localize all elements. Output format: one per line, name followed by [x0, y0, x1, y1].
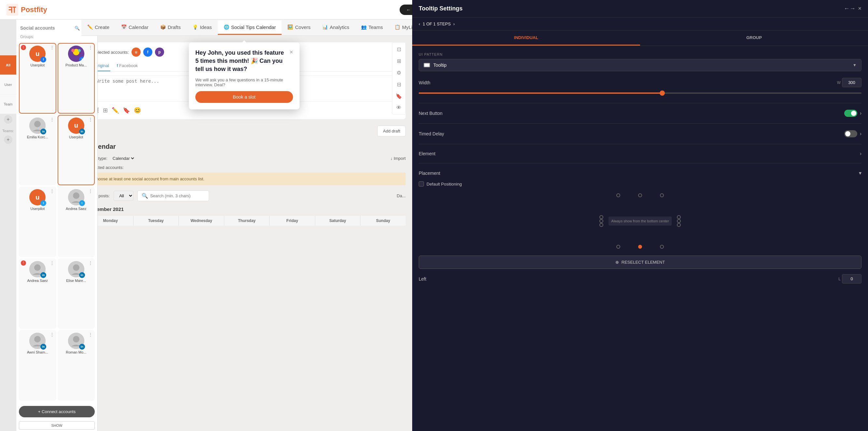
account-more-btn[interactable]: ⋮ [88, 188, 93, 194]
copy-icon[interactable]: ⊡ [394, 44, 404, 54]
account-card[interactable]: ⋮ in Elise Mare... [58, 258, 95, 329]
search-input[interactable] [150, 193, 205, 198]
pos-top-left-dot[interactable] [616, 193, 620, 197]
pos-top-center-dot[interactable] [638, 193, 642, 197]
placement-expand-icon[interactable]: ▾ [859, 170, 862, 176]
account-more-btn[interactable]: ⋮ [50, 188, 54, 194]
account-more-btn[interactable]: ⋮ [50, 332, 54, 337]
tooltip-body: UI PATTERN Tooltip ▼ Width W 300 [412, 46, 868, 290]
eye-side-icon[interactable]: 👁 [394, 102, 404, 113]
search-box: 🔍 [137, 190, 209, 201]
add-draft-button[interactable]: Add draft [377, 126, 406, 136]
resize-icon[interactable]: ⊟ [394, 79, 404, 90]
width-value[interactable]: 300 [842, 78, 862, 87]
cal-header-friday: Friday [270, 216, 315, 225]
pencil-icon[interactable]: ✏️ [112, 107, 119, 114]
tab-individual[interactable]: INDIVIDUAL [412, 31, 640, 45]
tab-facebook[interactable]: f Facebook [116, 61, 139, 71]
account-card[interactable]: ! ⋮ in Andrea Saez [19, 258, 56, 329]
tab-calendar[interactable]: 📅 Calendar [115, 21, 154, 35]
team-group-label: Team [0, 94, 16, 114]
drafts-icon: 📦 [160, 24, 166, 30]
import-button[interactable]: ↓ Import [391, 156, 406, 161]
next-button-toggle[interactable] [844, 110, 857, 117]
view-type-select[interactable]: Calendar [111, 156, 135, 161]
grid-icon[interactable]: ⊞ [103, 107, 108, 114]
next-step-button[interactable]: › [453, 22, 455, 26]
pos-right-top-dot[interactable] [677, 215, 681, 219]
pos-left-middle-dot[interactable] [599, 219, 603, 223]
connect-accounts-button[interactable]: + Connect accounts [19, 406, 95, 417]
account-card[interactable]: ⋮ u t Userpilot [19, 187, 56, 257]
add-group-button[interactable]: + [4, 115, 12, 124]
tab-create[interactable]: ✏️ Create [82, 21, 115, 35]
minimize-button[interactable]: ←→ [844, 5, 855, 12]
svg-point-16 [73, 336, 80, 342]
timed-delay-toggle[interactable] [844, 130, 857, 137]
pos-bottom-right-dot[interactable] [660, 245, 664, 249]
account-more-btn[interactable]: ⋮ [88, 117, 93, 122]
bookmark-side-icon[interactable]: 🔖 [394, 91, 404, 101]
logo-icon [6, 4, 18, 16]
logo-text: Postfity [21, 5, 47, 14]
emoji-icon[interactable]: 😊 [134, 107, 141, 114]
tab-covers[interactable]: 🖼️ Covers [282, 21, 316, 35]
settings-icon[interactable]: ⚙ [394, 67, 404, 78]
slider-fill [419, 92, 662, 94]
prev-step-button[interactable]: ‹ [419, 22, 420, 26]
slider-thumb[interactable] [660, 91, 665, 96]
user-group-label: User [0, 75, 16, 94]
timed-delay-expand-icon[interactable]: › [860, 131, 862, 137]
svg-point-6 [34, 121, 41, 127]
tab-social-tips[interactable]: 🌐 Social Tips Calendar [218, 21, 282, 35]
account-avatar: u f [29, 45, 45, 62]
account-more-btn[interactable]: ⋮ [88, 332, 93, 337]
account-card[interactable]: ! ⋮ u f Userpilot [19, 43, 56, 114]
twitter-badge: t [79, 200, 85, 206]
account-card[interactable]: ⋮ u in Userpilot [58, 115, 95, 186]
account-card[interactable]: ⋮ f Product Ma... [58, 43, 95, 114]
tab-ideas[interactable]: 💡 Ideas [187, 21, 218, 35]
left-value[interactable]: 0 [842, 274, 862, 283]
position-grid-container: Always show from the bottom center [419, 190, 862, 252]
tooltip-popup-close-button[interactable]: × [289, 49, 293, 56]
account-more-btn[interactable]: ⋮ [50, 45, 54, 50]
pos-right-middle-dot[interactable] [677, 219, 681, 223]
add-team-button[interactable]: + [4, 135, 12, 144]
left-group-labels: All User Team + Teams: + [0, 36, 16, 145]
default-positioning-checkbox[interactable] [419, 181, 424, 187]
show-button[interactable]: SHOW [19, 421, 95, 430]
book-slot-button[interactable]: Book a slot [195, 91, 293, 103]
filter-select[interactable]: All [114, 191, 133, 201]
next-button-expand-icon[interactable]: › [860, 110, 862, 116]
account-card[interactable]: ⋮ t Andrea Saez [58, 187, 95, 257]
pos-top-right-dot[interactable] [660, 193, 664, 197]
search-icon[interactable]: 🔍 [74, 26, 80, 31]
ui-pattern-dropdown[interactable]: Tooltip ▼ [419, 59, 862, 71]
account-more-btn[interactable]: ⋮ [50, 260, 54, 266]
tab-teams[interactable]: 👥 Teams [355, 21, 389, 35]
bookmark-icon[interactable]: 🔖 [123, 107, 130, 114]
all-label[interactable]: All [0, 55, 16, 75]
calendar-section: Calendar View type: Calendar ↓ Import Se… [88, 143, 406, 225]
element-expand-icon[interactable]: › [860, 151, 862, 157]
account-more-btn[interactable]: ⋮ [88, 45, 93, 50]
pos-left-top-dot[interactable] [599, 215, 603, 219]
close-panel-button[interactable]: × [858, 5, 862, 12]
pos-bottom-center-dot[interactable] [638, 245, 642, 249]
account-card[interactable]: ⋮ in Emilia Korc... [19, 115, 56, 186]
duplicate-icon[interactable]: ⊞ [394, 56, 404, 66]
tab-analytics[interactable]: 📊 Analytics [316, 21, 355, 35]
account-card[interactable]: ⋮ in Roman Mo... [58, 330, 95, 401]
reselect-element-button[interactable]: ⊕ RESELECT ELEMENT [419, 255, 862, 269]
account-more-btn[interactable]: ⋮ [88, 260, 93, 266]
pos-left-bottom-dot[interactable] [599, 223, 603, 227]
timed-delay-row: Timed Delay › [419, 130, 862, 137]
pos-right-bottom-dot[interactable] [677, 223, 681, 227]
pos-bottom-left-dot[interactable] [616, 245, 620, 249]
tab-drafts[interactable]: 📦 Drafts [154, 21, 187, 35]
account-more-btn[interactable]: ⋮ [50, 117, 54, 122]
width-slider[interactable] [419, 90, 862, 96]
tab-group[interactable]: GROUP [640, 31, 868, 45]
account-card[interactable]: ⋮ in Awni Sham... [19, 330, 56, 401]
